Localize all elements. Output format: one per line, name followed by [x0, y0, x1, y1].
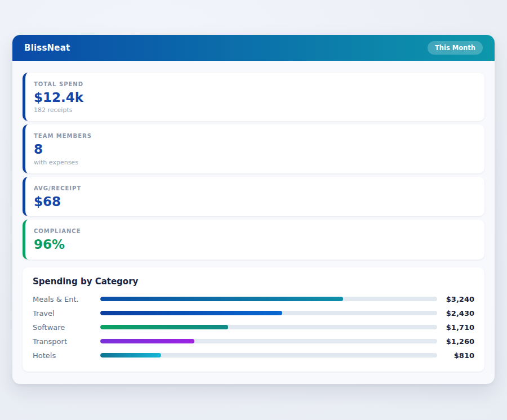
bar-value-label: $1,710 [443, 323, 474, 332]
bar-category-label: Hotels [33, 351, 100, 360]
stat-card: AVG/RECEIPT $68 [23, 177, 484, 216]
stat-subtext: with expenses [34, 159, 474, 166]
stat-card: TOTAL SPEND $12.4k 182 receipts [23, 73, 484, 121]
bar-fill [100, 311, 282, 315]
stat-card: TEAM MEMBERS 8 with expenses [23, 124, 484, 173]
bar-category-label: Meals & Ent. [33, 295, 100, 303]
stat-label: COMPLIANCE [34, 228, 474, 234]
bar-row: Travel $2,430 [33, 306, 474, 320]
stat-value: $68 [34, 194, 474, 209]
bar-row: Transport $1,260 [33, 334, 474, 348]
stat-label: TEAM MEMBERS [34, 133, 474, 139]
bar-value-label: $2,430 [443, 309, 474, 318]
bar-track [100, 353, 437, 358]
stat-label: AVG/RECEIPT [34, 185, 474, 191]
bar-track [100, 297, 437, 301]
bar-row: Hotels $810 [33, 348, 474, 363]
bar-category-label: Travel [33, 309, 100, 318]
bar-fill [100, 339, 194, 343]
bar-row: Software $1,710 [33, 320, 474, 334]
bar-track [100, 311, 437, 315]
bar-value-label: $810 [443, 351, 474, 360]
stat-value: 96% [34, 237, 474, 252]
app-title: BlissNeat [24, 43, 70, 53]
bar-category-label: Software [33, 323, 100, 332]
period-badge[interactable]: This Month [428, 41, 483, 55]
app-header: BlissNeat This Month [12, 35, 495, 61]
bar-fill [100, 297, 343, 301]
bar-fill [100, 353, 161, 358]
bar-row: Meals & Ent. $3,240 [33, 292, 474, 306]
stat-value: 8 [34, 142, 474, 157]
bar-fill [100, 325, 228, 329]
stat-subtext: 182 receipts [34, 106, 474, 114]
bar-track [100, 325, 437, 329]
bar-category-label: Transport [33, 337, 100, 346]
bar-value-label: $1,260 [443, 337, 474, 346]
bar-value-label: $3,240 [443, 295, 474, 303]
stats-section: TOTAL SPEND $12.4k 182 receipts TEAM MEM… [12, 61, 495, 260]
bar-track [100, 339, 437, 343]
dashboard-panel: BlissNeat This Month TOTAL SPEND $12.4k … [12, 35, 495, 384]
chart-title: Spending by Category [33, 276, 474, 287]
spending-by-category-card: Spending by Category Meals & Ent. $3,240… [23, 267, 484, 372]
stat-label: TOTAL SPEND [34, 81, 474, 87]
stat-card: COMPLIANCE 96% [23, 220, 484, 259]
stat-value: $12.4k [34, 90, 474, 105]
